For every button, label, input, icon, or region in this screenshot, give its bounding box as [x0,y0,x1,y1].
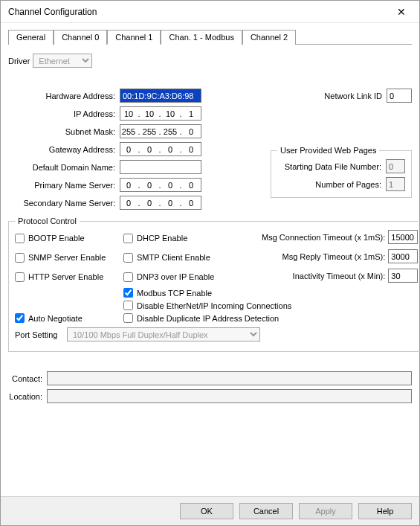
num-pages-input [386,177,405,191]
driver-row: Driver Ethernet [8,54,412,68]
gw-octet-2[interactable] [141,145,158,154]
snmp-input[interactable] [15,253,25,263]
modbus-checkbox[interactable]: Modbus TCP Enable [123,288,257,298]
sdns-octet-4[interactable] [183,199,199,208]
close-icon: ✕ [397,6,406,18]
user-web-pages-group: User Provided Web Pages Starting Data Fi… [271,146,412,198]
user-web-legend: User Provided Web Pages [277,146,379,155]
window-title: Channel Configuration [8,7,387,17]
gw-octet-1[interactable] [120,145,137,154]
sdns-octet-3[interactable] [162,199,178,208]
smtp-checkbox[interactable]: SMTP Client Enable [123,253,257,263]
titlebar: Channel Configuration ✕ [1,1,419,23]
ip-octet-1[interactable] [120,109,137,118]
dhcp-checkbox[interactable]: DHCP Enable [123,234,257,243]
top-grid: Hardware Address: IP Address: . . . Su [8,89,412,214]
pdns-label: Primary Name Server: [8,181,120,190]
subnet-label: Subnet Mask: [8,127,120,136]
tab-general[interactable]: General [8,30,54,45]
msg-reply-input[interactable] [388,249,418,263]
tab-chan1-modbus[interactable]: Chan. 1 - Modbus [161,30,242,45]
pdns-field[interactable]: . . . [120,178,201,192]
auto-neg-checkbox[interactable]: Auto Negotiate [15,313,119,323]
dialog-footer: OK Cancel Apply Help [1,496,419,525]
tabs: General Channel 0 Channel 1 Chan. 1 - Mo… [8,29,412,45]
auto-neg-input[interactable] [15,313,25,323]
protocol-legend: Protocol Control [15,217,80,225]
apply-button: Apply [299,503,352,519]
right-column: Network Link ID User Provided Web Pages … [271,89,412,214]
start-file-input [386,159,405,173]
domain-label: Default Domain Name: [8,163,120,172]
pdns-octet-1[interactable] [120,181,137,190]
ip-addr-label: IP Address: [8,109,120,118]
sdns-octet-2[interactable] [141,199,158,208]
sdns-label: Secondary Name Server: [8,199,120,208]
gw-octet-3[interactable] [162,145,178,154]
contact-label: Contact: [8,374,47,383]
disable-enip-checkbox[interactable]: Disable EtherNet/IP Incoming Connections [123,301,418,310]
http-checkbox[interactable]: HTTP Server Enable [15,272,119,282]
disable-dup-checkbox[interactable]: Disable Duplicate IP Address Detection [123,313,418,323]
tab-channel1[interactable]: Channel 1 [107,30,161,45]
num-pages-label: Number of Pages: [277,180,386,189]
driver-select: Ethernet [33,54,92,68]
close-button[interactable]: ✕ [387,1,416,22]
channel-configuration-dialog: Channel Configuration ✕ General Channel … [0,0,420,526]
subnet-octet-2[interactable] [141,127,158,136]
location-label: Location: [8,392,47,401]
domain-input[interactable] [120,160,201,174]
subnet-octet-1[interactable] [120,127,137,136]
contact-input [47,371,412,385]
port-setting-select: 10/100 Mbps Full Duplex/Half Duplex [67,327,260,341]
gateway-label: Gateway Address: [8,145,120,154]
gateway-field[interactable]: . . . [120,142,201,156]
dnp3-checkbox[interactable]: DNP3 over IP Enable [123,272,257,282]
location-input [47,389,412,403]
modbus-input[interactable] [123,288,133,298]
snmp-checkbox[interactable]: SNMP Server Enable [15,253,119,263]
ip-octet-2[interactable] [141,109,158,118]
hw-addr-label: Hardware Address: [8,92,120,100]
inactivity-label: Inactivity Timeout (x Min): [293,272,386,280]
client-area: General Channel 0 Channel 1 Chan. 1 - Mo… [1,23,419,496]
gw-octet-4[interactable] [183,145,199,154]
bootp-checkbox[interactable]: BOOTP Enable [15,234,119,243]
help-button[interactable]: Help [358,503,412,519]
ip-octet-4[interactable] [183,109,199,118]
msg-reply-label: Msg Reply Timeout (x 1mS): [282,252,386,261]
driver-label: Driver [8,57,33,65]
ip-octet-3[interactable] [162,109,178,118]
ok-button[interactable]: OK [180,503,233,519]
dnp3-input[interactable] [123,272,133,282]
address-column: Hardware Address: IP Address: . . . Su [8,89,263,214]
netlink-label: Network Link ID [271,92,387,100]
bootp-input[interactable] [15,234,25,243]
cancel-button[interactable]: Cancel [239,503,293,519]
hw-addr-input[interactable] [120,89,201,102]
pdns-octet-3[interactable] [162,181,178,190]
http-input[interactable] [15,272,25,282]
subnet-octet-3[interactable] [162,127,178,136]
subnet-octet-4[interactable] [183,127,199,136]
ip-addr-field[interactable]: . . . [120,106,201,121]
disable-dup-input[interactable] [123,313,133,323]
netlink-input[interactable] [387,89,412,103]
msg-conn-label: Msg Connection Timeout (x 1mS): [262,233,385,242]
hw-addr-field[interactable] [120,89,201,103]
protocol-control-group: Protocol Control BOOTP Enable DHCP Enabl… [8,217,420,352]
disable-enip-input[interactable] [123,301,133,310]
pdns-octet-4[interactable] [183,181,199,190]
sdns-octet-1[interactable] [120,199,137,208]
dhcp-input[interactable] [123,234,133,243]
pdns-octet-2[interactable] [141,181,158,190]
msg-conn-input[interactable] [388,230,418,244]
sdns-field[interactable]: . . . [120,196,201,210]
tab-channel2[interactable]: Channel 2 [242,30,296,45]
port-setting-label: Port Setting [15,330,67,339]
subnet-field[interactable]: . . . [120,124,201,138]
tab-channel0[interactable]: Channel 0 [54,30,107,45]
protocol-grid: BOOTP Enable DHCP Enable Msg Connection … [15,230,418,345]
inactivity-input[interactable] [388,269,418,283]
smtp-input[interactable] [123,253,133,263]
